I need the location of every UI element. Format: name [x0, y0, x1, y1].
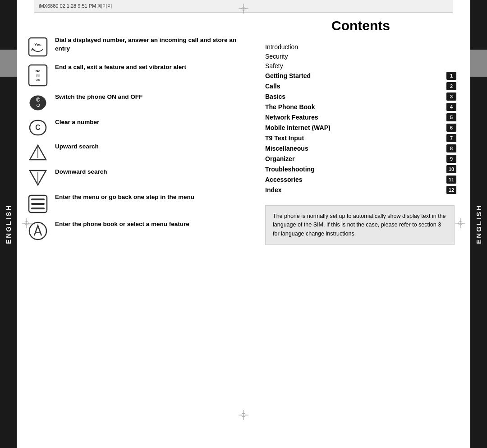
toc-label-getting-started: Getting Started — [265, 72, 443, 79]
svg-text:Yes: Yes — [34, 42, 41, 47]
toc-label-calls: Calls — [265, 83, 443, 90]
yes-button-icon: Yes — [26, 37, 50, 57]
button-item-power: ⓟ ⏻ Switch the phone ON and OFF — [26, 93, 247, 112]
toc-badge-9: 9 — [446, 155, 456, 163]
phonebook-button-desc: Enter the phone book or select a menu fe… — [55, 220, 189, 229]
toc-badge-6: 6 — [446, 124, 456, 132]
toc-badge-12: 12 — [446, 186, 456, 194]
button-item-menu: Enter the menu or go back one step in th… — [26, 193, 247, 214]
toc-badge-4: 4 — [446, 103, 456, 111]
toc-item-troubleshooting: Troubleshooting 10 — [265, 165, 456, 173]
toc-label-network: Network Features — [265, 114, 443, 121]
right-section: Contents Introduction Security Safety Ge… — [256, 14, 456, 439]
toc-label-troubleshooting: Troubleshooting — [265, 166, 443, 173]
toc-label-introduction: Introduction — [265, 43, 456, 51]
toc-list: Introduction Security Safety Getting Sta… — [265, 43, 456, 194]
info-box: The phone is normally set up to automati… — [265, 205, 455, 245]
down-arrow-icon — [26, 169, 50, 187]
toc-item-network: Network Features 5 — [265, 113, 456, 121]
toc-badge-10: 10 — [446, 165, 456, 173]
toc-badge-8: 8 — [446, 144, 456, 152]
header-meta: iMX6880 02.1.28 9:51 PM 페이지 — [39, 3, 112, 9]
no-button-desc: End a call, exit a feature and set vibra… — [55, 63, 186, 72]
toc-label-wap: Mobile Internet (WAP) — [265, 124, 443, 131]
button-item-clear: C Clear a number — [26, 118, 247, 136]
toc-label-basics: Basics — [265, 93, 443, 100]
toc-badge-3: 3 — [446, 92, 456, 101]
right-side-tab: ENGLISH — [470, 0, 487, 448]
crosshair-right — [455, 218, 465, 230]
svg-text:No: No — [36, 69, 41, 73]
svg-rect-26 — [31, 199, 45, 200]
menu-button-icon — [26, 194, 50, 214]
toc-item-phonebook: The Phone Book 4 — [265, 103, 456, 111]
power-button-icon: ⓟ ⏻ — [26, 94, 50, 112]
toc-label-t9: T9 Text Input — [265, 134, 443, 142]
toc-item-getting-started: Getting Started 1 — [265, 72, 456, 80]
toc-item-security: Security — [265, 53, 456, 60]
svg-text:ⓟ: ⓟ — [36, 97, 41, 102]
toc-item-basics: Basics 3 — [265, 92, 456, 101]
left-side-label: ENGLISH — [5, 204, 12, 244]
crosshair-top — [239, 4, 248, 15]
button-item-up: Upward search — [26, 143, 247, 162]
yes-button-desc: Dial a displayed number, answer an incom… — [55, 36, 247, 53]
power-button-desc: Switch the phone ON and OFF — [55, 93, 142, 102]
toc-label-index: Index — [265, 186, 443, 194]
toc-item-accessories: Accessories 11 — [265, 176, 456, 184]
main-content: iMX6880 02.1.28 9:51 PM 페이지 — [17, 0, 470, 448]
toc-item-introduction: Introduction — [265, 43, 456, 51]
svg-text:I/II: I/II — [36, 74, 40, 77]
toc-item-organizer: Organizer 9 — [265, 155, 456, 163]
button-item-down: Downward search — [26, 168, 247, 187]
toc-item-wap: Mobile Internet (WAP) 6 — [265, 124, 456, 132]
toc-item-index: Index 12 — [265, 186, 456, 194]
svg-rect-27 — [31, 203, 45, 205]
svg-text:vib: vib — [36, 79, 40, 82]
toc-badge-5: 5 — [446, 113, 456, 121]
page-container: ENGLISH iMX6880 02.1.28 9:51 PM 페이지 — [0, 0, 487, 448]
right-side-label: ENGLISH — [475, 204, 482, 244]
button-item-phonebook: Enter the phone book or select a menu fe… — [26, 220, 247, 241]
toc-badge-2: 2 — [446, 82, 456, 90]
svg-text:⏻: ⏻ — [36, 103, 40, 107]
left-side-tab: ENGLISH — [0, 0, 17, 448]
info-box-text: The phone is normally set up to automati… — [273, 213, 446, 237]
svg-text:C: C — [35, 124, 41, 131]
toc-label-misc: Miscellaneous — [265, 145, 443, 152]
button-item-no: No I/II vib End a call, exit a feature a… — [26, 63, 247, 87]
toc-item-calls: Calls 2 — [265, 82, 456, 90]
toc-label-organizer: Organizer — [265, 155, 443, 162]
toc-item-t9: T9 Text Input 7 — [265, 134, 456, 142]
crosshair-left — [22, 218, 32, 230]
crosshair-bottom — [239, 410, 248, 422]
up-arrow-icon — [26, 143, 50, 162]
clear-button-icon: C — [26, 119, 50, 136]
toc-item-safety: Safety — [265, 62, 456, 69]
svg-rect-28 — [31, 208, 45, 209]
toc-badge-1: 1 — [446, 72, 456, 80]
up-arrow-desc: Upward search — [55, 143, 99, 151]
clear-button-desc: Clear a number — [55, 118, 99, 127]
toc-label-phonebook: The Phone Book — [265, 103, 443, 111]
page-title: Contents — [265, 18, 456, 33]
toc-badge-11: 11 — [446, 176, 456, 184]
no-button-icon: No I/II vib — [26, 64, 50, 87]
toc-label-accessories: Accessories — [265, 176, 443, 183]
left-section: Yes Dial a displayed number, answer an i… — [26, 14, 256, 439]
content-inner: Yes Dial a displayed number, answer an i… — [26, 14, 456, 439]
menu-button-desc: Enter the menu or go back one step in th… — [55, 193, 194, 202]
down-arrow-desc: Downward search — [55, 168, 107, 176]
toc-badge-7: 7 — [446, 134, 456, 142]
button-item-yes: Yes Dial a displayed number, answer an i… — [26, 36, 247, 57]
toc-label-security: Security — [265, 53, 456, 60]
toc-label-safety: Safety — [265, 62, 456, 69]
toc-item-misc: Miscellaneous 8 — [265, 144, 456, 152]
svg-rect-12 — [29, 38, 47, 56]
